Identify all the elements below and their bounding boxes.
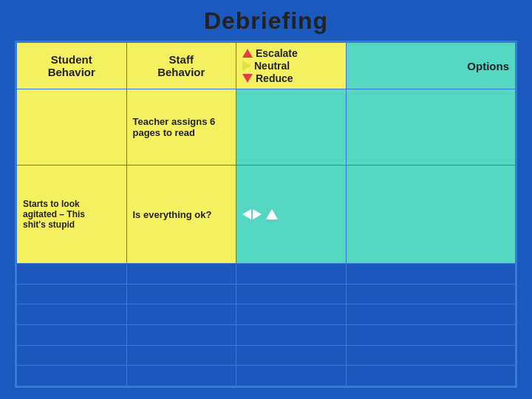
reduce-arrow [242, 74, 253, 83]
cell-staff-behavior: Teacher assigns 6 pages to read [126, 89, 236, 166]
main-table-wrapper: Student Behavior Staff Behavior Escalate… [15, 41, 517, 388]
cell-staff-behavior [126, 345, 236, 366]
cell-student-behavior [17, 345, 127, 366]
cell-escalate [236, 325, 347, 346]
cell-options [346, 264, 516, 284]
cell-escalate [236, 89, 347, 166]
cell-student-behavior: Starts to look agitated – This shit's st… [17, 166, 127, 264]
cell-escalate [236, 284, 347, 304]
debriefing-table: Student Behavior Staff Behavior Escalate… [16, 42, 516, 386]
col-staff-behavior-header: Staff Behavior [126, 43, 236, 89]
col-options-header: Options [346, 43, 516, 89]
escalate-up-arrow [242, 49, 253, 58]
cell-staff-behavior [126, 325, 236, 346]
left-arrow-icon [242, 209, 251, 219]
cell-student-behavior [17, 325, 127, 346]
cell-escalate [236, 264, 347, 284]
table-row [17, 345, 516, 366]
cell-options [346, 325, 516, 346]
table-row [17, 325, 516, 346]
neutral-arrow [242, 61, 251, 71]
cell-escalate [236, 304, 347, 325]
cell-student-behavior [17, 89, 127, 166]
table-row [17, 264, 516, 284]
cell-staff-behavior [126, 284, 236, 304]
cell-options [346, 345, 516, 366]
cell-escalate [236, 366, 347, 386]
cell-options [346, 89, 516, 166]
cell-staff-behavior [126, 304, 236, 325]
page-title: Debriefing [204, 7, 328, 35]
cell-student-behavior [17, 366, 127, 386]
cell-options [346, 366, 516, 386]
cell-staff-behavior [126, 264, 236, 284]
cell-student-behavior [17, 264, 127, 284]
cell-staff-behavior: Is everything ok? [126, 166, 236, 264]
table-row: Starts to look agitated – This shit's st… [17, 166, 516, 264]
right-arrow-icon [253, 209, 262, 219]
table-row [17, 366, 516, 386]
cell-options [346, 284, 516, 304]
table-row [17, 284, 516, 304]
col-escalate-header: Escalate Neutral Reduce [236, 43, 347, 89]
cell-options [346, 304, 516, 325]
table-row: Teacher assigns 6 pages to read [17, 89, 516, 166]
cell-student-behavior [17, 304, 127, 325]
up-arrow-icon [266, 209, 278, 219]
col-student-behavior-header: Student Behavior [17, 43, 127, 89]
cell-staff-behavior [126, 366, 236, 386]
cell-student-behavior [17, 284, 127, 304]
cell-escalate [236, 345, 347, 366]
table-row [17, 304, 516, 325]
cell-options [346, 166, 516, 264]
left-right-arrows [242, 209, 262, 219]
cell-escalate-icons [236, 166, 347, 264]
